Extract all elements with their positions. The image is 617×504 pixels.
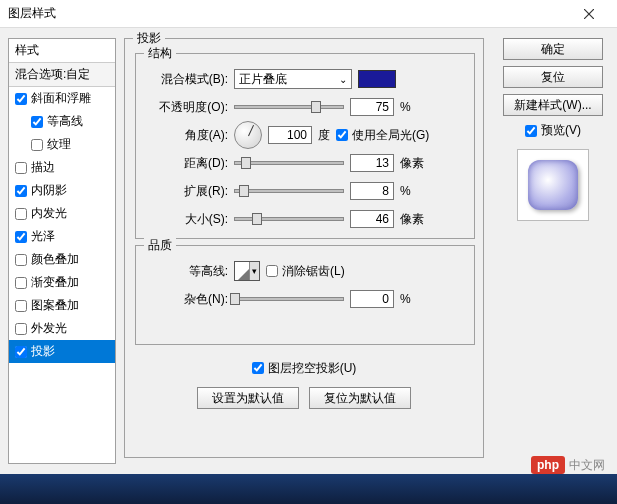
noise-unit: % (400, 292, 411, 306)
sidebar-item-label: 颜色叠加 (31, 251, 79, 268)
watermark-logo: php (531, 456, 565, 474)
opacity-slider[interactable] (234, 105, 344, 109)
sidebar-item-label: 渐变叠加 (31, 274, 79, 291)
sidebar-item-3[interactable]: 描边 (9, 156, 115, 179)
antialias-checkbox[interactable]: 消除锯齿(L) (266, 263, 345, 280)
spread-input[interactable]: 8 (350, 182, 394, 200)
distance-unit: 像素 (400, 155, 424, 172)
sidebar-item-0[interactable]: 斜面和浮雕 (9, 87, 115, 110)
reset-button[interactable]: 复位 (503, 66, 603, 88)
chevron-down-icon: ⌄ (339, 74, 347, 85)
spread-unit: % (400, 184, 411, 198)
opacity-input[interactable]: 75 (350, 98, 394, 116)
sidebar-heading[interactable]: 样式 (9, 39, 115, 63)
sidebar-item-label: 纹理 (47, 136, 71, 153)
blend-mode-value: 正片叠底 (239, 71, 287, 88)
sidebar-item-8[interactable]: 渐变叠加 (9, 271, 115, 294)
global-light-checkbox[interactable]: 使用全局光(G) (336, 127, 429, 144)
sidebar-item-5[interactable]: 内发光 (9, 202, 115, 225)
reset-default-button[interactable]: 复位为默认值 (309, 387, 411, 409)
sidebar-item-checkbox[interactable] (15, 93, 27, 105)
spread-label: 扩展(R): (146, 183, 228, 200)
structure-legend: 结构 (144, 45, 176, 62)
sidebar-item-label: 光泽 (31, 228, 55, 245)
sidebar-item-checkbox[interactable] (15, 277, 27, 289)
knockout-checkbox[interactable]: 图层挖空投影(U) (252, 360, 357, 377)
close-icon (584, 9, 594, 19)
sidebar-item-checkbox[interactable] (15, 208, 27, 220)
window-title: 图层样式 (8, 5, 569, 22)
noise-label: 杂色(N): (146, 291, 228, 308)
angle-label: 角度(A): (146, 127, 228, 144)
quality-fieldset: 品质 等高线: ▾ 消除锯齿(L) 杂色(N): 0 % (135, 245, 475, 345)
blend-mode-dropdown[interactable]: 正片叠底 ⌄ (234, 69, 352, 89)
make-default-button[interactable]: 设置为默认值 (197, 387, 299, 409)
sidebar-subheading[interactable]: 混合选项:自定 (9, 63, 115, 87)
size-label: 大小(S): (146, 211, 228, 228)
contour-picker[interactable]: ▾ (234, 261, 260, 281)
distance-slider[interactable] (234, 161, 344, 165)
sidebar-item-10[interactable]: 外发光 (9, 317, 115, 340)
watermark: php 中文网 (531, 456, 605, 474)
styles-sidebar: 样式 混合选项:自定 斜面和浮雕等高线纹理描边内阴影内发光光泽颜色叠加渐变叠加图… (8, 38, 116, 464)
size-slider[interactable] (234, 217, 344, 221)
preview-box (517, 149, 589, 221)
blend-mode-label: 混合模式(B): (146, 71, 228, 88)
sidebar-item-checkbox[interactable] (31, 139, 43, 151)
sidebar-item-checkbox[interactable] (15, 300, 27, 312)
opacity-label: 不透明度(O): (146, 99, 228, 116)
quality-legend: 品质 (144, 237, 176, 254)
sidebar-item-label: 图案叠加 (31, 297, 79, 314)
angle-input[interactable]: 100 (268, 126, 312, 144)
sidebar-item-label: 内阴影 (31, 182, 67, 199)
angle-dial[interactable] (234, 121, 262, 149)
sidebar-item-label: 等高线 (47, 113, 83, 130)
sidebar-item-label: 外发光 (31, 320, 67, 337)
ok-button[interactable]: 确定 (503, 38, 603, 60)
main-fieldset: 投影 结构 混合模式(B): 正片叠底 ⌄ 不透明度(O): 75 % (124, 38, 484, 458)
new-style-button[interactable]: 新建样式(W)... (503, 94, 603, 116)
sidebar-item-checkbox[interactable] (15, 323, 27, 335)
sidebar-item-9[interactable]: 图案叠加 (9, 294, 115, 317)
chevron-down-icon: ▾ (249, 262, 259, 280)
shadow-color-swatch[interactable] (358, 70, 396, 88)
sidebar-item-checkbox[interactable] (15, 346, 27, 358)
preview-checkbox[interactable]: 预览(V) (525, 122, 581, 139)
distance-label: 距离(D): (146, 155, 228, 172)
watermark-text: 中文网 (569, 457, 605, 474)
close-button[interactable] (569, 0, 609, 28)
sidebar-item-checkbox[interactable] (15, 185, 27, 197)
opacity-unit: % (400, 100, 411, 114)
sidebar-item-6[interactable]: 光泽 (9, 225, 115, 248)
preview-thumbnail (528, 160, 578, 210)
noise-slider[interactable] (234, 297, 344, 301)
sidebar-item-1[interactable]: 等高线 (9, 110, 115, 133)
sidebar-item-label: 投影 (31, 343, 55, 360)
sidebar-item-2[interactable]: 纹理 (9, 133, 115, 156)
size-unit: 像素 (400, 211, 424, 228)
sidebar-item-4[interactable]: 内阴影 (9, 179, 115, 202)
distance-input[interactable]: 13 (350, 154, 394, 172)
angle-unit: 度 (318, 127, 330, 144)
sidebar-item-label: 描边 (31, 159, 55, 176)
sidebar-item-checkbox[interactable] (15, 162, 27, 174)
sidebar-item-7[interactable]: 颜色叠加 (9, 248, 115, 271)
size-input[interactable]: 46 (350, 210, 394, 228)
sidebar-item-label: 斜面和浮雕 (31, 90, 91, 107)
sidebar-item-11[interactable]: 投影 (9, 340, 115, 363)
contour-label: 等高线: (146, 263, 228, 280)
noise-input[interactable]: 0 (350, 290, 394, 308)
taskbar (0, 474, 617, 504)
sidebar-item-checkbox[interactable] (15, 231, 27, 243)
spread-slider[interactable] (234, 189, 344, 193)
sidebar-item-checkbox[interactable] (31, 116, 43, 128)
sidebar-item-checkbox[interactable] (15, 254, 27, 266)
structure-fieldset: 结构 混合模式(B): 正片叠底 ⌄ 不透明度(O): 75 % 角 (135, 53, 475, 239)
sidebar-item-label: 内发光 (31, 205, 67, 222)
